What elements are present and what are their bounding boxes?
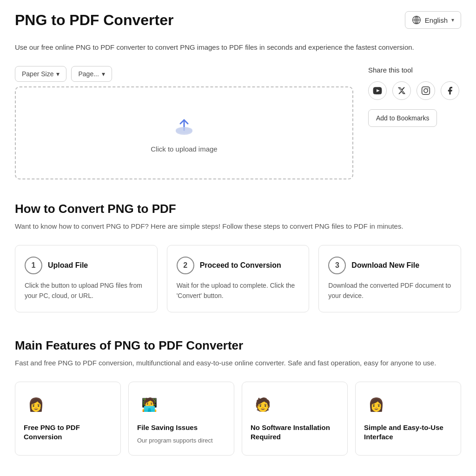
tool-area: Paper Size ▾ Page... ▾ Click to upload i…: [15, 66, 461, 179]
steps-grid: 1 Upload File Click the button to upload…: [15, 245, 461, 312]
sidebar: Share this tool Add to Bookmarks: [368, 66, 461, 127]
features-title: Main Features of PNG to PDF Converter: [15, 338, 461, 353]
paper-size-chevron-icon: ▾: [56, 70, 60, 78]
feature-avatar: 🧑‍💻: [137, 392, 161, 416]
youtube-icon[interactable]: [368, 81, 387, 100]
feature-name: No Software Installation Required: [251, 423, 339, 441]
how-to-description: Want to know how to convert PNG to PDF? …: [15, 221, 461, 232]
step-description: Download the converted PDF document to y…: [328, 281, 451, 301]
feature-avatar: 👩: [24, 392, 48, 416]
step-number: 3: [328, 257, 346, 274]
step-description: Wait for the upload to complete. Click t…: [177, 281, 300, 301]
how-to-section: How to Convert PNG to PDF Want to know h…: [15, 202, 461, 312]
how-to-title: How to Convert PNG to PDF: [15, 202, 461, 216]
paper-size-dropdown[interactable]: Paper Size ▾: [15, 66, 66, 82]
svg-point-7: [424, 89, 428, 93]
features-description: Fast and free PNG to PDF conversion, mul…: [15, 357, 461, 369]
feature-card: 🧑‍💻 File Saving Issues Our program suppo…: [128, 382, 234, 456]
upload-section: Paper Size ▾ Page... ▾ Click to upload i…: [15, 66, 353, 179]
x-twitter-icon[interactable]: [392, 81, 411, 100]
header: PNG to PDF Converter English ▾: [15, 11, 461, 29]
feature-card: 👩 Free PNG to PDF Conversion: [15, 382, 121, 456]
feature-name: Simple and Easy-to-Use Interface: [364, 423, 452, 441]
step-header: 3 Download New File: [328, 257, 451, 274]
page-description: Use our free online PNG to PDF converter…: [15, 42, 433, 53]
feature-name: Free PNG to PDF Conversion: [24, 423, 112, 441]
features-grid: 👩 Free PNG to PDF Conversion 🧑‍💻 File Sa…: [15, 382, 461, 456]
step-header: 2 Proceed to Conversion: [177, 257, 300, 274]
feature-detail: Our program supports direct: [137, 436, 225, 445]
chevron-down-icon: ▾: [451, 17, 454, 23]
facebook-icon[interactable]: [441, 81, 459, 100]
feature-avatar: 👩: [364, 392, 388, 416]
social-icons: [368, 81, 461, 100]
page-dropdown[interactable]: Page... ▾: [71, 66, 112, 82]
step-title: Download New File: [351, 261, 419, 270]
features-section: Main Features of PNG to PDF Converter Fa…: [15, 338, 461, 456]
share-label: Share this tool: [368, 66, 461, 74]
paper-size-label: Paper Size: [22, 70, 53, 78]
feature-name: File Saving Issues: [137, 423, 225, 432]
upload-zone[interactable]: Click to upload image: [15, 86, 353, 179]
step-description: Click the button to upload PNG files fro…: [25, 281, 148, 301]
instagram-icon[interactable]: [416, 81, 435, 100]
step-title: Upload File: [48, 261, 88, 270]
step-card: 2 Proceed to Conversion Wait for the upl…: [167, 245, 310, 312]
svg-point-8: [428, 88, 429, 89]
feature-avatar: 🧑: [251, 392, 275, 416]
feature-card: 👩 Simple and Easy-to-Use Interface: [355, 382, 461, 456]
toolbar: Paper Size ▾ Page... ▾: [15, 66, 353, 82]
step-header: 1 Upload File: [25, 257, 148, 274]
step-card: 3 Download New File Download the convert…: [318, 245, 461, 312]
upload-icon: [171, 113, 197, 139]
language-selector[interactable]: English ▾: [405, 11, 461, 29]
step-title: Proceed to Conversion: [200, 261, 281, 270]
svg-point-5: [176, 127, 192, 133]
step-card: 1 Upload File Click the button to upload…: [15, 245, 158, 312]
bookmark-button[interactable]: Add to Bookmarks: [368, 109, 437, 127]
step-number: 1: [25, 257, 42, 274]
globe-icon: [412, 15, 421, 25]
svg-rect-6: [422, 87, 430, 95]
feature-card: 🧑 No Software Installation Required: [242, 382, 348, 456]
page-title: PNG to PDF Converter: [15, 12, 173, 29]
language-label: English: [425, 16, 448, 24]
upload-text: Click to upload image: [151, 145, 217, 153]
step-number: 2: [177, 257, 194, 274]
page-label: Page...: [78, 70, 99, 78]
page-chevron-icon: ▾: [102, 70, 105, 78]
